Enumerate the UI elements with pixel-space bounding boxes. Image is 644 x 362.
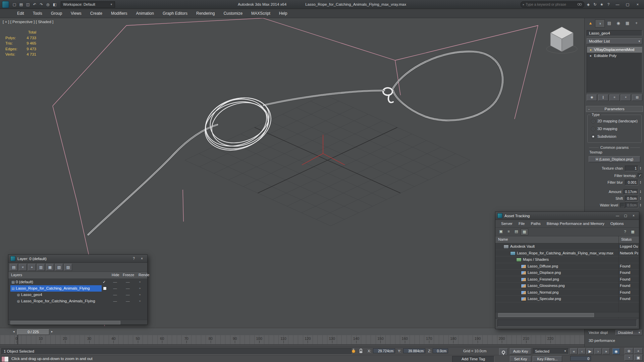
freeze-toggle[interactable]: —	[123, 292, 133, 298]
z-coord-field[interactable]: 0.0cm	[433, 348, 448, 353]
modifier-icon[interactable]	[588, 47, 593, 53]
go-to-end-button[interactable]: »	[602, 348, 610, 354]
menu-item[interactable]: Tools	[29, 9, 47, 18]
layer-row[interactable]: Lasso_Rope_for_Catching_Animals_Flying ✓…	[8, 285, 147, 292]
close-button[interactable]: ×	[139, 256, 145, 261]
workspace-selector[interactable]: Workspace: Default ▼	[61, 1, 115, 8]
layer-row[interactable]: Lasso_Rope_for_Catching_Animals_Flying ✓…	[8, 298, 147, 304]
column-separator[interactable]	[619, 236, 619, 318]
zoom-button[interactable]: ⊕	[625, 348, 633, 354]
freeze-toggle[interactable]: —	[123, 298, 133, 304]
y-coord-field[interactable]: 39.884cm	[403, 348, 425, 353]
layer-horizontal-scrollbar[interactable]	[8, 320, 147, 324]
layers-column-header[interactable]: Layers	[11, 273, 22, 277]
render-toggle[interactable]: ▫	[139, 292, 141, 298]
shift-spinner[interactable]: ▴▾	[639, 197, 642, 200]
highlight-layer-button[interactable]: ▧	[55, 264, 63, 271]
asset-row[interactable]: Lasso_Displace.png Found	[495, 269, 639, 276]
layer-window-titlebar[interactable]: Layer: 0 (default) ? ×	[8, 255, 147, 263]
minimize-button[interactable]: —	[614, 213, 621, 219]
open-file-icon[interactable]: ▤	[18, 1, 24, 8]
hide-toggle[interactable]: —	[110, 298, 120, 304]
isolate-selection-icon[interactable]	[351, 348, 356, 355]
select-layer-objects-button[interactable]: ▥	[37, 264, 45, 271]
sync-icon[interactable]: ↻	[592, 1, 598, 8]
current-frame-field[interactable]: 0	[570, 356, 591, 361]
redo-icon[interactable]: ↷	[38, 1, 45, 8]
object-name-field[interactable]: Lasso_geo4	[587, 30, 642, 36]
menu-item[interactable]: Create	[86, 9, 107, 18]
shift-input[interactable]: 0.0cm	[625, 196, 638, 201]
scrollbar-thumb[interactable]	[10, 321, 120, 324]
previous-frame-button[interactable]: ‹	[578, 348, 586, 354]
freeze-toggle[interactable]: —	[123, 285, 133, 292]
new-layer-button[interactable]: ▤	[10, 264, 18, 271]
maxscript-mini-listener-icon[interactable]	[1, 356, 9, 362]
status-column-header[interactable]: Status	[621, 237, 632, 241]
texture-channel-spinner[interactable]: ▴▾	[639, 167, 642, 170]
modifier-icon[interactable]	[588, 53, 593, 59]
infocenter-help-icon[interactable]: ?	[605, 1, 612, 8]
next-frame-arrow[interactable]: ▸	[50, 329, 54, 334]
asset-row[interactable]: Maps / Shaders	[495, 256, 639, 263]
asset-horizontal-scrollbar[interactable]	[495, 312, 639, 317]
key-mode-toggle[interactable]: ◉	[612, 348, 620, 354]
menu-item[interactable]: Bitmap Performance and Memory	[544, 220, 607, 227]
new-scene-icon[interactable]: ▢	[11, 1, 18, 8]
time-slider-handle[interactable]: 0 / 225	[17, 329, 49, 335]
radio-option[interactable]: 3D mapping	[588, 125, 641, 132]
amount-input[interactable]: 0.17cm	[624, 189, 638, 195]
scrollbar-thumb[interactable]	[498, 313, 594, 317]
viewport-label[interactable]: [ + ] [ Perspective ] [ Shaded ]	[3, 20, 53, 24]
performance-rollout-label[interactable]: 3D performance	[589, 339, 615, 343]
asset-row[interactable]: Lasso_Normal.png Found	[495, 289, 639, 296]
menu-item[interactable]: Views	[66, 9, 86, 18]
next-frame-button[interactable]: ›	[594, 348, 602, 354]
hide-toggle[interactable]: —	[110, 285, 120, 292]
water-level-checkbox[interactable]	[620, 203, 625, 207]
asset-row[interactable]: Lasso_Fresnel.png Found	[495, 276, 639, 283]
remove-modifier-button[interactable]: ×	[621, 95, 631, 101]
binoculars-icon[interactable]	[577, 3, 582, 6]
render-toggle[interactable]: ▫	[139, 285, 141, 292]
help-button[interactable]: ?	[622, 229, 629, 235]
timeline-ruler[interactable]: 0102030405060708090100110120130140150160…	[0, 335, 584, 347]
pan-button[interactable]: +	[634, 348, 643, 354]
auto-key-button[interactable]: Auto Key	[510, 348, 531, 354]
tab-utilities[interactable]: +	[632, 19, 641, 27]
infocenter-search[interactable]: ▸	[521, 1, 584, 8]
hide-toggle[interactable]: —	[110, 279, 120, 285]
current-layer-check-icon[interactable]: ✓	[103, 279, 106, 285]
minimize-button[interactable]: —	[612, 1, 623, 8]
add-time-tag[interactable]: Add Time Tag	[452, 356, 494, 362]
menu-item[interactable]: Animation	[132, 9, 158, 18]
filter-texmap-checkbox[interactable]: ✓	[638, 173, 642, 178]
favorites-icon[interactable]: ★	[598, 1, 605, 8]
hide-column-header[interactable]: Hide	[112, 273, 119, 277]
table-view-button[interactable]: ▦	[521, 229, 528, 235]
play-button[interactable]: ▶	[586, 348, 594, 354]
filter-blur-spinner[interactable]: ▴▾	[639, 181, 642, 184]
asset-row[interactable]: Lasso_Glossiness.png Found	[495, 283, 639, 289]
communication-center-icon[interactable]: ◈	[585, 1, 592, 8]
render-column-header[interactable]: Rende	[139, 273, 149, 277]
project-folder-icon[interactable]: ◧	[51, 1, 58, 8]
menu-item[interactable]: Help	[275, 9, 292, 18]
tab-motion[interactable]: ◉	[614, 19, 623, 27]
freeze-toggle[interactable]: —	[123, 279, 133, 285]
menu-item[interactable]: File	[516, 220, 528, 227]
app-logo-icon[interactable]	[2, 1, 9, 8]
close-button[interactable]: ×	[630, 213, 637, 219]
detail-view-button[interactable]: ▤	[513, 229, 520, 235]
maximize-viewport-button[interactable]: ▣	[634, 355, 643, 361]
x-coord-field[interactable]: 29.724cm	[373, 348, 395, 353]
parameters-rollout-header[interactable]: - Parameters	[586, 106, 643, 112]
texmap-button[interactable]: H (Lasso_Displace.png)	[589, 156, 640, 162]
tab-create[interactable]: ▲	[586, 19, 595, 27]
freeze-column-header[interactable]: Freeze	[123, 273, 134, 277]
radio-icon[interactable]	[591, 119, 595, 123]
orbit-button[interactable]: ◔	[625, 355, 633, 361]
pin-stack-button[interactable]: ◉	[587, 95, 597, 101]
menu-item[interactable]: Modifiers	[107, 9, 132, 18]
modifier-list-dropdown[interactable]: Modifier List ▼	[587, 38, 642, 44]
